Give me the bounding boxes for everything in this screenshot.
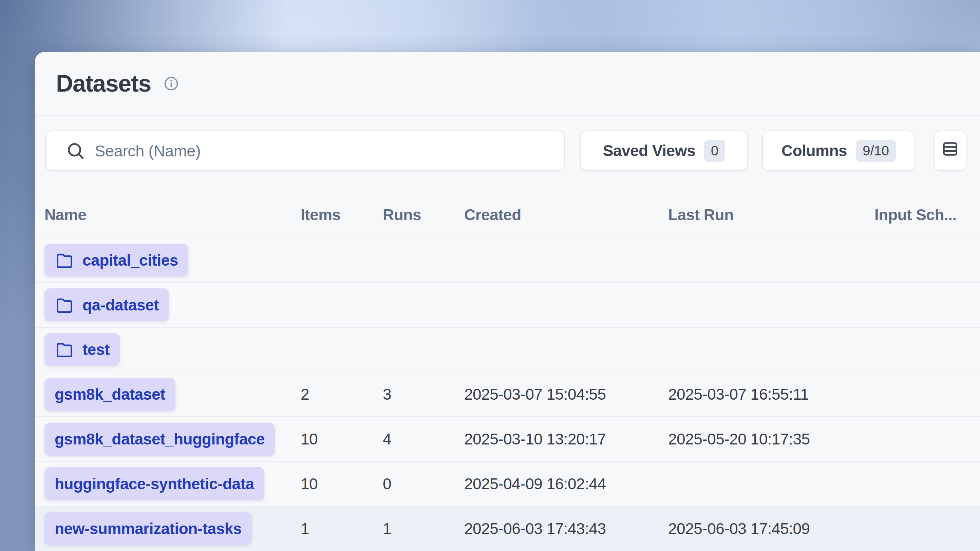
rows-icon xyxy=(941,140,959,162)
dataset-name-pill[interactable]: gsm8k_dataset xyxy=(45,378,175,411)
folder-icon xyxy=(55,250,74,270)
table-row[interactable]: huggingface-synthetic-data 10 0 2025-04-… xyxy=(35,461,980,506)
created-cell: 2025-04-09 16:02:44 xyxy=(464,475,668,493)
dataset-name-label: gsm8k_dataset xyxy=(55,385,165,403)
table-row[interactable]: gsm8k_dataset_huggingface 10 4 2025-03-1… xyxy=(35,416,980,461)
panel-header: Datasets xyxy=(35,52,980,116)
datasets-panel: Datasets Saved Views 0 Columns xyxy=(35,52,980,551)
dataset-name-pill[interactable]: new-summarization-tasks xyxy=(45,512,252,545)
dataset-name-label: new-summarization-tasks xyxy=(55,519,242,538)
column-header-last-run[interactable]: Last Run xyxy=(668,206,875,224)
dataset-name-label: gsm8k_dataset_huggingface xyxy=(55,430,265,448)
last-run-cell: 2025-05-20 10:17:35 xyxy=(668,430,875,448)
runs-cell: 0 xyxy=(383,475,464,493)
name-cell: gsm8k_dataset_huggingface xyxy=(45,423,301,456)
datasets-table: Name Items Runs Created Last Run Input S… xyxy=(35,171,980,551)
dataset-name-label: test xyxy=(83,340,110,359)
created-cell: 2025-03-10 13:20:17 xyxy=(464,430,668,448)
runs-cell: 1 xyxy=(383,519,464,538)
columns-label: Columns xyxy=(781,141,847,160)
dataset-name-label: qa-dataset xyxy=(83,296,159,314)
page-title: Datasets xyxy=(56,70,151,97)
dataset-name-pill[interactable]: huggingface-synthetic-data xyxy=(45,467,264,500)
name-cell: huggingface-synthetic-data xyxy=(45,467,301,500)
created-cell: 2025-06-03 17:43:43 xyxy=(464,519,668,538)
items-cell: 2 xyxy=(301,385,383,403)
last-run-cell: 2025-06-03 17:45:09 xyxy=(668,519,875,538)
info-icon[interactable] xyxy=(163,76,179,92)
dataset-name-pill[interactable]: test xyxy=(45,333,120,366)
search-box[interactable] xyxy=(45,131,565,171)
column-header-input-schema[interactable]: Input Sch... xyxy=(875,206,980,224)
columns-button[interactable]: Columns 9/10 xyxy=(762,131,915,171)
items-cell: 10 xyxy=(301,475,383,493)
table-header-row: Name Items Runs Created Last Run Input S… xyxy=(35,171,980,238)
table-row[interactable]: new-summarization-tasks 1 1 2025-06-03 1… xyxy=(35,506,980,551)
name-cell: capital_cities xyxy=(45,244,301,276)
dataset-name-pill[interactable]: gsm8k_dataset_huggingface xyxy=(45,423,275,456)
table-row[interactable]: test xyxy=(35,327,980,372)
last-run-cell: 2025-03-07 16:55:11 xyxy=(668,385,875,403)
items-cell: 1 xyxy=(301,519,383,538)
runs-cell: 4 xyxy=(383,430,464,448)
created-cell: 2025-03-07 15:04:55 xyxy=(464,385,668,403)
saved-views-count-badge: 0 xyxy=(704,140,725,162)
table-row[interactable]: gsm8k_dataset 2 3 2025-03-07 15:04:55 20… xyxy=(35,372,980,416)
runs-cell: 3 xyxy=(383,385,464,403)
dataset-name-label: huggingface-synthetic-data xyxy=(55,475,254,493)
table-row[interactable]: capital_cities xyxy=(35,238,980,282)
column-header-name[interactable]: Name xyxy=(45,206,301,224)
search-icon xyxy=(65,141,85,160)
saved-views-button[interactable]: Saved Views 0 xyxy=(580,131,748,171)
saved-views-label: Saved Views xyxy=(603,141,695,160)
name-cell: gsm8k_dataset xyxy=(45,378,301,411)
columns-count-badge: 9/10 xyxy=(856,140,896,162)
dataset-name-label: capital_cities xyxy=(83,251,178,269)
column-header-runs[interactable]: Runs xyxy=(383,206,464,224)
table-view-button[interactable] xyxy=(934,131,966,171)
name-cell: qa-dataset xyxy=(45,288,301,321)
dataset-name-pill[interactable]: capital_cities xyxy=(45,244,188,276)
toolbar: Saved Views 0 Columns 9/10 xyxy=(45,131,966,171)
dataset-name-pill[interactable]: qa-dataset xyxy=(45,288,169,321)
column-header-created[interactable]: Created xyxy=(464,206,668,224)
name-cell: new-summarization-tasks xyxy=(45,512,301,545)
name-cell: test xyxy=(45,333,301,366)
search-input[interactable] xyxy=(95,141,554,160)
folder-icon xyxy=(55,295,74,315)
table-body: capital_cities qa-dataset xyxy=(35,238,980,551)
table-row[interactable]: qa-dataset xyxy=(35,282,980,327)
folder-icon xyxy=(55,340,74,359)
column-header-items[interactable]: Items xyxy=(301,206,383,224)
items-cell: 10 xyxy=(301,430,383,448)
